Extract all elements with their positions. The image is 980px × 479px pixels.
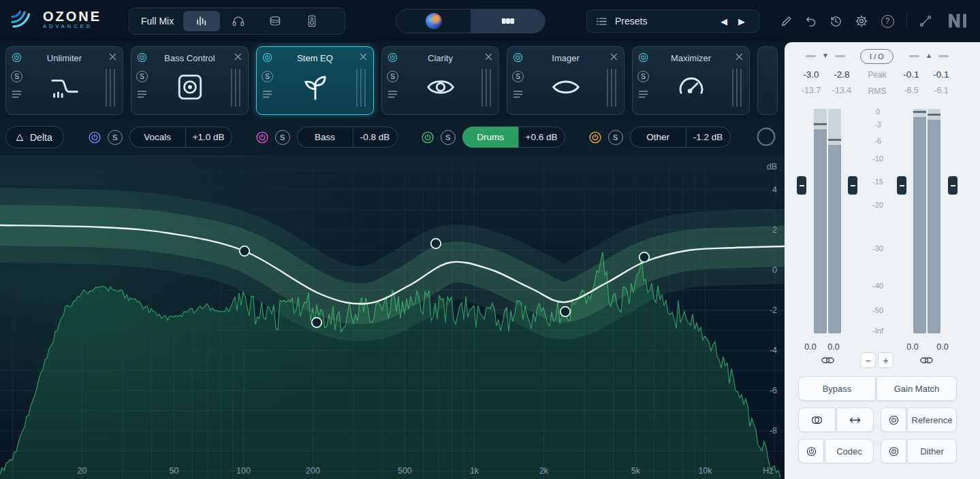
help-button[interactable]: ?: [877, 12, 898, 31]
stem-gain-value[interactable]: -1.2 dB: [686, 127, 731, 148]
eq-node[interactable]: [240, 246, 249, 256]
eq-display[interactable]: 20501002005001k2k5k10kHzdB420-2-4-6-8: [0, 155, 785, 479]
close-icon[interactable]: [234, 53, 242, 61]
stem-solo-button[interactable]: S: [108, 130, 123, 145]
close-icon[interactable]: [610, 53, 618, 61]
module-menu-icon[interactable]: [513, 90, 523, 99]
power-icon[interactable]: [637, 52, 649, 63]
module-solo-button[interactable]: S: [512, 71, 524, 82]
reference-button[interactable]: Reference: [907, 408, 957, 432]
module-menu-icon[interactable]: [262, 90, 272, 99]
stem-power-button[interactable]: [588, 130, 603, 145]
eq-node[interactable]: [431, 239, 441, 248]
module-solo-button[interactable]: S: [11, 71, 22, 82]
codec-power-button[interactable]: [798, 439, 824, 463]
speaker-button[interactable]: [294, 11, 330, 31]
output-gain-slider-left[interactable]: [897, 176, 906, 195]
presets-label[interactable]: Presets: [615, 16, 647, 27]
headphones-button[interactable]: [220, 11, 257, 31]
preset-next-button[interactable]: ▶: [733, 12, 750, 30]
codec-button[interactable]: Codec: [825, 439, 874, 463]
meter-dash-button[interactable]: [835, 55, 845, 57]
history-button[interactable]: [825, 12, 846, 31]
stem-name[interactable]: Drums: [462, 127, 518, 148]
preset-previous-button[interactable]: ◀: [715, 12, 733, 30]
spectrum-view-button[interactable]: [183, 11, 220, 31]
stem-gain-value[interactable]: +0.6 dB: [518, 127, 565, 148]
output-link-icon[interactable]: [919, 356, 934, 365]
module-menu-icon[interactable]: [137, 90, 147, 99]
output-gain-slider-right[interactable]: [948, 176, 958, 195]
stem-name[interactable]: Other: [630, 127, 686, 148]
edit-button[interactable]: [776, 12, 797, 31]
module-solo-button[interactable]: S: [262, 71, 273, 82]
stem-solo-button[interactable]: S: [441, 130, 456, 145]
eq-node[interactable]: [312, 318, 321, 327]
dither-button[interactable]: Dither: [907, 439, 957, 463]
settings-button[interactable]: [851, 12, 872, 31]
power-icon[interactable]: [387, 52, 398, 63]
drag-handle[interactable]: [106, 69, 115, 107]
trim-plus-button[interactable]: +: [878, 352, 894, 368]
module-solo-button[interactable]: S: [136, 71, 148, 82]
module-solo-button[interactable]: S: [387, 71, 398, 82]
meter-dash-button[interactable]: [938, 55, 949, 57]
dither-power-button[interactable]: [881, 439, 906, 463]
stem-power-button[interactable]: [420, 130, 435, 145]
input-link-icon[interactable]: [821, 356, 835, 365]
close-icon[interactable]: [109, 53, 116, 61]
stem-power-button[interactable]: [87, 130, 102, 145]
eq-node[interactable]: [639, 252, 649, 262]
input-gain-slider-left[interactable]: [797, 176, 806, 195]
power-icon[interactable]: [262, 52, 273, 63]
module-solo-button[interactable]: S: [637, 71, 649, 82]
triangle-down-icon[interactable]: ▼: [822, 52, 829, 59]
stem-gain-value[interactable]: +1.0 dB: [185, 127, 232, 148]
close-icon[interactable]: [485, 53, 492, 61]
module-card-clarity[interactable]: ClarityS: [381, 46, 499, 115]
drag-handle[interactable]: [732, 69, 742, 107]
plugin-routing-button[interactable]: [915, 12, 936, 31]
power-icon[interactable]: [136, 52, 148, 63]
module-card-stem-eq[interactable]: Stem EQS: [256, 46, 374, 115]
module-menu-icon[interactable]: [638, 90, 648, 99]
module-chain-view-button[interactable]: [471, 10, 545, 33]
stem-solo-button[interactable]: S: [608, 130, 623, 145]
undo-button[interactable]: [801, 12, 821, 31]
drag-handle[interactable]: [607, 69, 616, 107]
stem-solo-button[interactable]: S: [275, 130, 290, 145]
drag-handle[interactable]: [356, 69, 366, 107]
trim-minus-button[interactable]: −: [860, 352, 876, 368]
triangle-up-icon[interactable]: ▲: [926, 52, 932, 59]
width-button[interactable]: [836, 408, 874, 432]
drums-monitor-button[interactable]: [257, 11, 294, 31]
meter-dash-button[interactable]: [806, 55, 816, 57]
power-icon[interactable]: [512, 52, 524, 63]
io-section-toggle[interactable]: I / O: [860, 49, 894, 64]
reference-power-button[interactable]: [881, 408, 906, 432]
module-card-bass-control[interactable]: Bass ControlS: [131, 46, 249, 115]
stereo-button[interactable]: [798, 408, 836, 432]
module-menu-icon[interactable]: [12, 90, 22, 99]
module-menu-icon[interactable]: [388, 90, 398, 99]
module-card-unlimiter[interactable]: UnlimiterS: [5, 46, 123, 115]
close-icon[interactable]: [360, 53, 367, 61]
drag-handle[interactable]: [481, 69, 491, 107]
drag-handle[interactable]: [231, 69, 240, 107]
bypass-button[interactable]: Bypass: [798, 376, 876, 401]
module-card-imager[interactable]: ImagerS: [507, 46, 625, 115]
stem-name[interactable]: Bass: [297, 127, 353, 148]
delta-button[interactable]: Delta: [5, 126, 64, 148]
meter-dash-button[interactable]: [909, 55, 919, 57]
stem-gain-value[interactable]: -0.8 dB: [353, 127, 398, 148]
sphere-view-button[interactable]: [396, 10, 471, 33]
close-icon[interactable]: [736, 53, 743, 61]
power-icon[interactable]: [11, 52, 22, 63]
stem-mix-knob[interactable]: [756, 127, 776, 147]
stem-name[interactable]: Vocals: [129, 127, 185, 148]
gain-match-button[interactable]: Gain Match: [876, 376, 957, 401]
input-gain-slider-right[interactable]: [848, 176, 857, 195]
eq-node[interactable]: [560, 307, 570, 316]
stem-power-button[interactable]: [255, 130, 270, 145]
module-card-maximizer[interactable]: MaximizerS: [632, 46, 750, 115]
